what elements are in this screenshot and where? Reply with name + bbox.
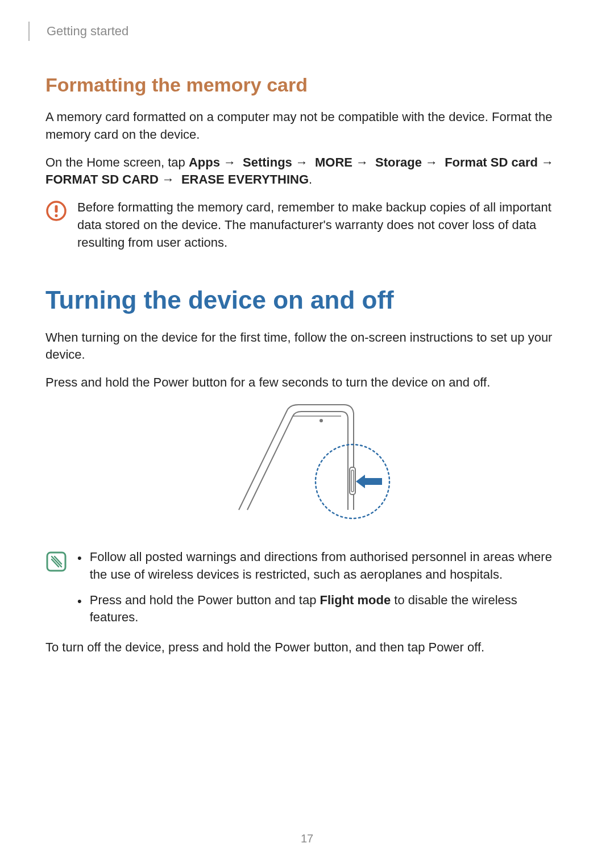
caution-icon xyxy=(45,200,67,251)
caution-block: Before formatting the memory card, remem… xyxy=(45,199,569,251)
path-intro: On the Home screen, tap xyxy=(45,155,189,169)
power-button-illustration xyxy=(45,402,569,533)
arrow-icon: → xyxy=(425,154,438,172)
bullet-text-2: Press and hold the Power button and tap … xyxy=(90,592,569,627)
formatting-paragraph-1: A memory card formatted on a computer ma… xyxy=(45,109,569,144)
power-paragraph-1: When turning on the device for the first… xyxy=(45,329,569,364)
path-format-sd-caps: FORMAT SD CARD xyxy=(45,172,159,186)
svg-rect-8 xyxy=(365,478,382,485)
subheading-formatting: Formatting the memory card xyxy=(45,74,569,96)
path-more: MORE xyxy=(315,155,352,169)
page: Getting started Formatting the memory ca… xyxy=(0,0,614,868)
bullet-flight-mode: • Press and hold the Power button and ta… xyxy=(77,592,569,627)
path-erase: ERASE EVERYTHING xyxy=(181,172,309,186)
p3-pre: To turn off the device, press and hold t… xyxy=(45,640,429,654)
power-paragraph-2: Press and hold the Power button for a fe… xyxy=(45,374,569,392)
caution-text: Before formatting the memory card, remem… xyxy=(77,199,569,251)
arrow-icon: → xyxy=(162,171,175,189)
section-label: Getting started xyxy=(47,24,128,39)
navigation-path: On the Home screen, tap Apps→ Settings→ … xyxy=(45,154,569,189)
power-paragraph-3: To turn off the device, press and hold t… xyxy=(45,639,569,657)
heading-power: Turning the device on and off xyxy=(45,286,569,314)
path-apps: Apps xyxy=(189,155,220,169)
path-settings: Settings xyxy=(243,155,292,169)
header-rule xyxy=(28,22,30,41)
bullet-dot-icon: • xyxy=(77,550,82,584)
page-number: 17 xyxy=(0,832,614,845)
path-end: . xyxy=(309,172,312,186)
arrow-icon: → xyxy=(223,154,236,172)
path-storage: Storage xyxy=(375,155,422,169)
note-bullets: • Follow all posted warnings and directi… xyxy=(77,549,569,634)
note-icon xyxy=(45,551,67,634)
p3-bold: Power off xyxy=(429,640,482,654)
b2-pre: Press and hold the Power button and tap xyxy=(90,593,320,607)
b2-bold: Flight mode xyxy=(320,593,391,607)
svg-rect-2 xyxy=(55,214,58,217)
svg-point-4 xyxy=(320,419,323,422)
bullet-warnings: • Follow all posted warnings and directi… xyxy=(77,549,569,584)
arrow-icon: → xyxy=(356,154,368,172)
svg-rect-6 xyxy=(351,470,354,492)
svg-rect-1 xyxy=(55,205,58,213)
bullet-text-1: Follow all posted warnings and direction… xyxy=(90,549,569,584)
running-head: Getting started xyxy=(45,22,569,41)
arrow-icon: → xyxy=(296,154,308,172)
note-block: • Follow all posted warnings and directi… xyxy=(45,549,569,634)
arrow-icon: → xyxy=(541,154,554,172)
path-format-sd: Format SD card xyxy=(445,155,538,169)
bullet-dot-icon: • xyxy=(77,593,82,627)
p3-post: . xyxy=(481,640,484,654)
